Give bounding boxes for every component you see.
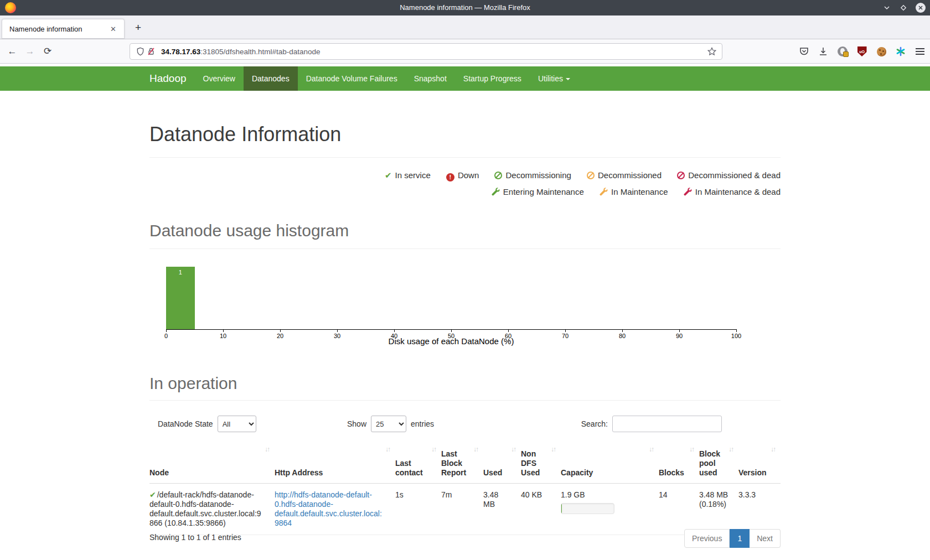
legend-in-maintenance-dead: In Maintenance & dead [684,187,781,196]
check-icon: ✔ [385,167,392,184]
table-controls: DataNode State All Show 25 entries Searc… [149,415,781,433]
column-header-node[interactable]: Node↓↑ [149,438,275,484]
column-header-capacity[interactable]: Capacity↓↑ [561,438,659,484]
sort-icon[interactable]: ↓↑ [473,445,478,454]
next-page-button[interactable]: Next [750,529,781,548]
legend-row-2: Entering Maintenance In Maintenance In M… [149,184,781,200]
search-input[interactable] [612,416,722,432]
navbar-brand[interactable]: Hadoop [141,66,195,91]
nav-item-overview[interactable]: Overview [195,66,244,91]
table-header-row: Node↓↑ Http Address↓↑ Last contact↓↑ Las… [149,438,781,484]
browser-toolbar: ← → ⟳ 34.78.17.63:31805/dfshealth.html#t… [0,39,930,64]
sort-icon[interactable]: ↓↑ [771,445,775,454]
nav-item-snapshot[interactable]: Snapshot [406,66,455,91]
browser-tab[interactable]: Namenode information ✕ [2,19,125,39]
show-entries-select[interactable]: 25 [371,416,406,432]
datanode-table: Node↓↑ Http Address↓↑ Last contact↓↑ Las… [149,438,781,535]
http-address-link[interactable]: http://hdfs-datanode-default-0.hdfs-data… [275,490,382,527]
nav-item-datanode-volume-failures[interactable]: Datanode Volume Failures [298,66,406,91]
blocks-cell: 14 [659,484,699,535]
previous-page-button[interactable]: Previous [684,529,730,548]
menu-hamburger-icon[interactable] [914,46,926,57]
wrench-icon [684,188,692,196]
legend-decommissioned-dead: Decommissioned & dead [677,170,781,180]
url-bar[interactable]: 34.78.17.63:31805/dfshealth.html#tab-dat… [130,43,722,60]
sort-icon[interactable]: ↓↑ [551,445,555,454]
column-header-version[interactable]: Version↓↑ [738,438,781,484]
legend-decommissioned: Decommissioned [587,170,662,180]
datanode-state-select[interactable]: All [218,416,256,432]
table-info: Showing 1 to 1 of 1 entries [149,533,241,542]
block-pool-used-cell: 3.48 MB (0.18%) [699,484,738,535]
hadoop-navbar: Hadoop Overview Datanodes Datanode Volum… [0,66,930,91]
tab-strip: Namenode information ✕ + [0,15,930,39]
nav-item-datanodes[interactable]: Datanodes [244,66,298,91]
show-label: Show [347,419,366,428]
new-tab-button[interactable]: + [132,22,144,33]
window-close-button[interactable] [916,3,926,13]
entries-label: entries [411,419,434,428]
sort-icon[interactable]: ↓↑ [265,445,269,454]
forward-icon[interactable]: → [21,46,39,57]
wrench-icon [600,188,608,196]
bookmark-star-icon[interactable] [706,46,717,57]
last-block-report-cell: 7m [441,484,483,535]
legend-down: !Down [446,170,479,180]
ublock-icon[interactable]: uO [856,46,867,57]
axis-tick [736,329,737,332]
back-icon[interactable]: ← [3,46,21,57]
node-cell: ✔/default-rack/hdfs-datanode-default-0.h… [149,484,275,535]
divider [149,157,781,158]
divider [149,400,781,401]
shield-icon[interactable] [135,46,146,57]
column-header-last-block-report[interactable]: Last Block Report↓↑ [441,438,483,484]
sort-icon[interactable]: ↓↑ [431,445,436,454]
sort-icon[interactable]: ↓↑ [511,445,515,454]
nav-item-utilities[interactable]: Utilities [530,66,578,91]
tab-close-icon[interactable]: ✕ [108,24,118,34]
column-header-last-contact[interactable]: Last contact↓↑ [395,438,441,484]
page-1-button[interactable]: 1 [730,529,750,548]
sort-icon[interactable]: ↓↑ [689,445,694,454]
reload-icon[interactable]: ⟳ [39,45,56,57]
column-header-blocks[interactable]: Blocks↓↑ [659,438,699,484]
in-service-check-icon: ✔ [149,490,156,499]
exclamation-circle-icon: ! [446,173,454,182]
window-title: Namenode information — Mozilla Firefox [0,0,930,15]
pocket-icon[interactable] [798,46,809,57]
ban-circle-icon [587,172,595,179]
caret-down-icon [566,78,570,80]
nav-item-startup-progress[interactable]: Startup Progress [455,66,530,91]
cookie-icon[interactable] [876,46,887,57]
http-address-cell: http://hdfs-datanode-default-0.hdfs-data… [275,484,395,535]
bar-value-label: 1 [166,269,195,276]
url-path: :31805/dfshealth.html#tab-datanode [200,48,320,56]
extension-icon[interactable] [837,46,848,57]
insecure-lock-icon[interactable] [146,46,157,57]
datanode-state-label: DataNode State [158,419,213,428]
legend-in-maintenance: In Maintenance [600,187,668,196]
download-icon[interactable] [818,46,829,57]
column-header-block-pool-used[interactable]: Block pool used↓↑ [699,438,738,484]
non-dfs-used-cell: 40 KB [521,484,561,535]
asterisk-extension-icon[interactable] [895,46,906,57]
sort-icon[interactable]: ↓↑ [728,445,733,454]
column-header-non-dfs-used[interactable]: Non DFS Used↓↑ [521,438,561,484]
wrench-icon [492,188,500,196]
operation-heading: In operation [149,374,237,393]
column-header-http-address[interactable]: Http Address↓↑ [275,438,395,484]
sort-icon[interactable]: ↓↑ [649,445,653,454]
status-legend: ✔In service !Down Decommissioning Decomm… [149,167,781,200]
sort-icon[interactable]: ↓↑ [385,445,390,454]
url-text[interactable]: 34.78.17.63:31805/dfshealth.html#tab-dat… [161,48,706,56]
divider [149,248,781,249]
search-label: Search: [581,419,608,428]
legend-row-1: ✔In service !Down Decommissioning Decomm… [149,167,781,184]
column-header-used[interactable]: Used↓↑ [483,438,521,484]
window-titlebar: Namenode information — Mozilla Firefox [0,0,930,15]
histogram-bar: 1 [166,267,195,329]
version-cell: 3.3.3 [738,484,781,535]
url-host: 34.78.17.63 [161,48,200,56]
window-maximize-button[interactable] [899,3,908,12]
window-minimize-button[interactable] [882,3,891,12]
